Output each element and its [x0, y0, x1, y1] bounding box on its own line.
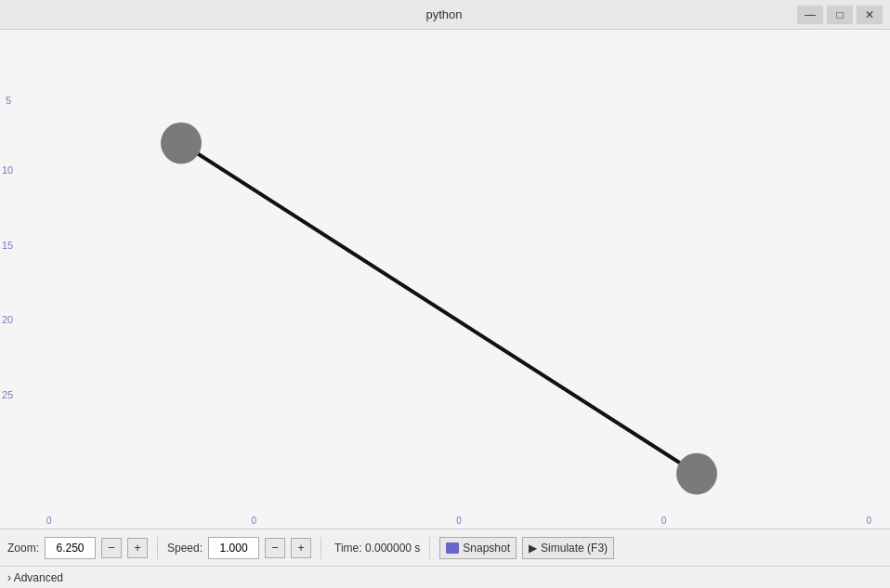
zoom-label: Zoom:: [7, 542, 39, 555]
zoom-increase-button[interactable]: +: [127, 538, 148, 558]
advanced-link[interactable]: › Advanced: [7, 571, 63, 584]
toolbar: Zoom: − + Speed: − + Time: 0.000000 s Sn…: [0, 529, 890, 566]
minimize-button[interactable]: —: [797, 6, 823, 24]
simulate-label: Simulate (F3): [541, 542, 608, 555]
window-controls: — □ ✕: [797, 6, 883, 24]
zoom-decrease-button[interactable]: −: [101, 538, 122, 558]
advanced-bar: › Advanced: [0, 566, 890, 588]
separator-3: [429, 537, 430, 559]
snapshot-icon: [446, 542, 459, 554]
close-button[interactable]: ✕: [857, 6, 883, 24]
separator-2: [321, 537, 321, 559]
title-bar: python — □ ✕: [0, 0, 890, 30]
window-title: python: [91, 7, 797, 21]
speed-decrease-button[interactable]: −: [265, 538, 285, 558]
speed-label: Speed:: [167, 542, 203, 555]
pendulum-rod: [181, 143, 697, 474]
zoom-input[interactable]: [45, 537, 96, 559]
simulation-canvas: 5 10 15 20 25 0 0 0 0 0: [0, 30, 890, 529]
speed-increase-button[interactable]: +: [291, 538, 311, 558]
simulation-svg: [0, 30, 890, 529]
maximize-button[interactable]: □: [827, 6, 853, 24]
play-icon: ▶: [529, 542, 537, 555]
speed-input[interactable]: [208, 537, 259, 559]
node-2[interactable]: [676, 453, 717, 495]
time-display: Time: 0.000000 s: [334, 542, 420, 555]
separator-1: [157, 537, 158, 559]
snapshot-label: Snapshot: [463, 542, 510, 555]
simulate-button[interactable]: ▶ Simulate (F3): [522, 537, 614, 559]
node-1[interactable]: [161, 123, 202, 164]
snapshot-button[interactable]: Snapshot: [439, 537, 517, 559]
